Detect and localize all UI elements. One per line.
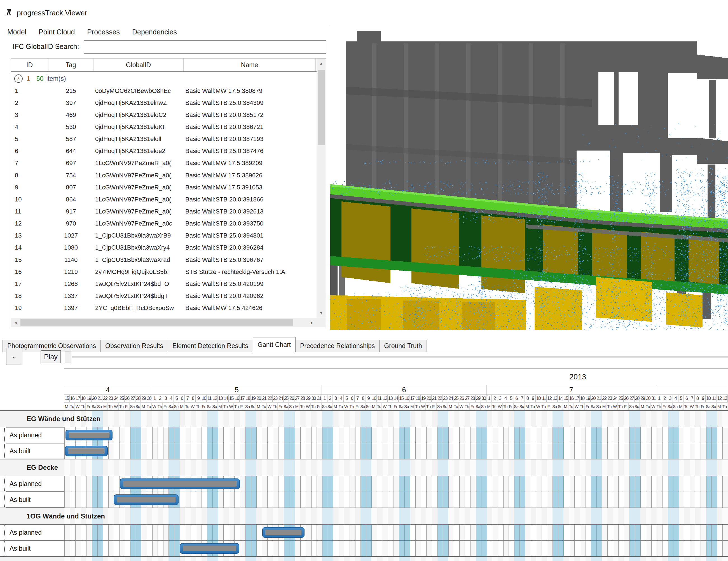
gantt-bar-as-planned[interactable]: [120, 478, 240, 489]
scroll-up-icon[interactable]: ▴: [317, 59, 326, 68]
gantt-options-dropdown[interactable]: ⌄: [6, 348, 22, 365]
cell-id: 13: [11, 230, 48, 242]
gantt-weekday-cell: Fr: [508, 403, 514, 410]
table-vscrollbar[interactable]: ▴ ▾: [317, 59, 326, 317]
tab-gantt-chart[interactable]: Gantt Chart: [253, 337, 296, 352]
gantt-weekday-cell: Su: [442, 403, 448, 410]
row-drag-handle[interactable]: [4, 428, 5, 442]
cell-globalid: 1_CjpCU31Bbx9la3waXrad: [93, 254, 184, 266]
hscroll-thumb[interactable]: [20, 319, 293, 326]
gantt-weekday-cell: W: [190, 403, 196, 410]
column-header-tag[interactable]: Tag: [48, 59, 93, 71]
vscroll-thumb[interactable]: [318, 70, 325, 145]
tab-precedence-relationships[interactable]: Precedence Relationships: [295, 340, 380, 352]
gantt-weekday-cell: Sa: [168, 403, 174, 410]
column-header-globalid[interactable]: GlobalID: [93, 59, 184, 71]
gantt-bar-fill: [123, 481, 237, 487]
scroll-down-icon[interactable]: ▾: [317, 308, 326, 317]
table-row[interactable]: 1612192y7IMGHg9FigQujk0LS5b:STB Stütze -…: [11, 266, 317, 278]
table-row[interactable]: 34690jdHoqTIj5KA21381eloC2Basic Wall:STB…: [11, 109, 317, 121]
table-row[interactable]: 129701LcGWnNV97PeZmeR_a0cBasic Wall:STB …: [11, 218, 317, 230]
gantt-day-cell: 2: [327, 395, 333, 402]
table-row[interactable]: 66440jdHoqTIj5KA21381eloe2Basic Wall:STB…: [11, 145, 317, 157]
table-row[interactable]: 1712681wJQt75lv2LxtKP24$bd_OBasic Wall:S…: [11, 278, 317, 290]
scroll-right-icon[interactable]: ▸: [307, 318, 317, 327]
row-drag-handle[interactable]: [4, 493, 5, 507]
gantt-day-cell: 29: [141, 395, 146, 402]
gantt-weekday-cell: Fr: [393, 403, 399, 410]
table-group-row[interactable]: ∧ 1 60 item(s): [11, 73, 317, 85]
cell-id: 6: [11, 145, 48, 157]
collapse-group-icon[interactable]: ∧: [14, 74, 23, 83]
gantt-day-cell: 15: [399, 395, 404, 402]
gantt-bar-as-built[interactable]: [180, 543, 240, 554]
cell-name: Basic Wall:MW 17.5:389626: [184, 169, 316, 181]
menu-item-dependencies[interactable]: Dependencies: [132, 28, 177, 39]
gantt-weekday-cell: Fr: [662, 403, 667, 410]
time-slider-thumb[interactable]: [65, 351, 71, 363]
gantt-day-cell: 22: [267, 395, 273, 402]
table-row[interactable]: 2014502YC_q0BEbF_RcDBcxooSwBasic Wall:ST…: [11, 314, 317, 317]
menu-item-model[interactable]: Model: [7, 28, 26, 39]
gantt-row-timeline: [64, 541, 728, 556]
tab-observation-results[interactable]: Observation Results: [100, 340, 168, 352]
menu-item-processes[interactable]: Processes: [87, 28, 120, 39]
gantt-weekday-cell: Tu: [415, 403, 420, 410]
gantt-bar-as-planned[interactable]: [262, 527, 305, 538]
group-index: 1: [27, 75, 30, 83]
table-row[interactable]: 87541LcGWnNV97PeZmeR_a0(Basic Wall:MW 17…: [11, 169, 317, 181]
tab-ground-truth[interactable]: Ground Truth: [379, 340, 427, 352]
table-row[interactable]: 45300jdHoqTIj5KA21381eloKtBasic Wall:STB…: [11, 121, 317, 133]
table-row[interactable]: 1310271_CjpCU31Bbx9la3waXrB9Basic Wall:S…: [11, 230, 317, 242]
table-row[interactable]: 1813371wJQt75lv2LxtKP24$bdgTBasic Wall:S…: [11, 290, 317, 302]
row-drag-handle[interactable]: [4, 525, 5, 539]
table-hscrollbar[interactable]: ◂ ▸: [11, 318, 317, 327]
table-row[interactable]: 23970jdHoqTIj5KA21381elnwZBasic Wall:STB…: [11, 97, 317, 109]
gantt-bar-as-built[interactable]: [114, 494, 178, 505]
cell-globalid: 2YC_q0BEbF_RcDBcxooSw: [93, 302, 184, 314]
gantt-bar-as-built[interactable]: [65, 446, 108, 456]
gantt-weekday-cell: Tu: [376, 403, 382, 410]
gantt-day-cell: 5: [678, 395, 684, 402]
gantt-weekday-cell: Sa: [437, 403, 442, 410]
column-header-id[interactable]: ID: [11, 59, 48, 71]
cell-globalid: 1_CjpCU31Bbx9la3waXrB9: [93, 230, 184, 242]
column-header-name[interactable]: Name: [184, 59, 316, 71]
tab-element-detection-results[interactable]: Element Detection Results: [168, 340, 253, 352]
bottom-tabbar: Photogrammetric ObservationsObservation …: [3, 337, 728, 352]
play-button[interactable]: Play: [41, 350, 61, 363]
gantt-weekday-cell: Th: [80, 403, 86, 410]
row-drag-handle[interactable]: [4, 477, 5, 491]
table-row[interactable]: 1913972YC_q0BEbF_RcDBcxooSwBasic Wall:MW…: [11, 302, 317, 314]
time-slider-track[interactable]: [72, 356, 728, 358]
cell-globalid: 1LcGWnNV97PeZmeR_a0c: [93, 218, 184, 230]
gantt-weekday-cell: M: [141, 403, 146, 410]
row-drag-handle[interactable]: [4, 444, 5, 458]
gantt-weekday-cell: Tu: [300, 403, 305, 410]
table-row[interactable]: 76971LcGWnNV97PeZmeR_a0(Basic Wall:MW 17…: [11, 157, 317, 169]
gantt-day-cell: 30: [311, 395, 317, 402]
cell-tag: 807: [48, 181, 93, 193]
row-drag-handle[interactable]: [4, 541, 5, 555]
table-row[interactable]: 108641LcGWnNV97PeZmeR_a0(Basic Wall:STB …: [11, 193, 317, 205]
table-row[interactable]: 119171LcGWnNV97PeZmeR_a0(Basic Wall:STB …: [11, 206, 317, 218]
model-3d-viewport[interactable]: [330, 17, 728, 330]
table-row[interactable]: 1410801_CjpCU31Bbx9la3waXry4Basic Wall:S…: [11, 242, 317, 254]
table-row[interactable]: 1511401_CjpCU31Bbx9la3waXradBasic Wall:S…: [11, 254, 317, 266]
cell-globalid: 1wJQt75lv2LxtKP24$bd_O: [93, 278, 184, 290]
table-row[interactable]: 55870jdHoqTIj5KA21381elollBasic Wall:STB…: [11, 133, 317, 145]
gantt-weekday-cell: W: [343, 403, 349, 410]
table-row[interactable]: 98071LcGWnNV97PeZmeR_a0(Basic Wall:MW 17…: [11, 181, 317, 193]
gantt-weekday-cell: Fr: [700, 403, 706, 410]
gantt-row-label: As built: [6, 492, 64, 508]
gantt-month-5: 5: [152, 385, 322, 394]
search-input[interactable]: [84, 40, 326, 54]
gantt-day-cell: 18: [580, 395, 585, 402]
table-row[interactable]: 12150oDyMGC6zCIBewbO8hEcBasic Wall:MW 17…: [11, 85, 317, 97]
menu-item-point-cloud[interactable]: Point Cloud: [39, 28, 75, 39]
gantt-day-cell: 1: [656, 395, 662, 402]
gantt-bar-as-planned[interactable]: [65, 430, 113, 440]
scroll-left-icon[interactable]: ◂: [11, 318, 20, 327]
gantt-day-cell: 12: [717, 395, 722, 402]
cell-name: STB Stütze - rechteckig-Versuch 1:A: [184, 266, 316, 278]
